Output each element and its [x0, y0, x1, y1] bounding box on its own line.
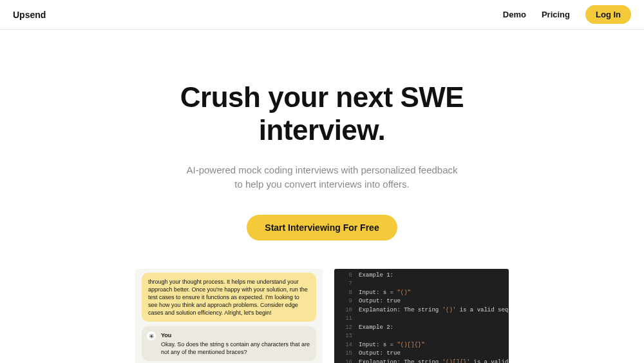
code-line: 11	[334, 315, 509, 324]
hero-title-line2: interview.	[259, 114, 385, 146]
code-editor[interactable]: 6Example 1:78Input: s = "()"9Output: tru…	[334, 269, 509, 363]
nav-demo[interactable]: Demo	[503, 10, 526, 19]
code-line: 16Explanation: The string '()[]{}' is a …	[334, 358, 509, 363]
code-line: 14Input: s = "()[]{}"	[334, 341, 509, 350]
code-line: 12Example 2:	[334, 324, 509, 333]
code-line: 9Output: true	[334, 297, 509, 306]
nav: Demo Pricing Log In	[503, 5, 631, 24]
hero-title-line1: Crush your next SWE	[180, 81, 464, 113]
sun-icon: ✳	[147, 331, 156, 340]
cta-button[interactable]: Start Interviewing For Free	[247, 215, 397, 240]
chat-message: ✳ You Okay. So does the string s contain…	[142, 326, 316, 360]
code-line: 13	[334, 332, 509, 341]
header: Upsend Demo Pricing Log In	[0, 0, 644, 30]
login-button[interactable]: Log In	[585, 5, 631, 24]
code-line: 10Explanation: The string '()' is a vali…	[334, 306, 509, 315]
code-line: 15Output: true	[334, 349, 509, 358]
chat-message: through your thought process. It helps m…	[142, 273, 316, 322]
hero-sub-line2: to help you convert interviews into offe…	[234, 179, 410, 190]
chat-text: through your thought process. It helps m…	[148, 279, 308, 317]
code-line: 6Example 1:	[334, 271, 509, 280]
hero-sub-line1: AI-powered mock coding interviews with p…	[186, 164, 457, 175]
nav-pricing[interactable]: Pricing	[542, 10, 570, 19]
code-line: 7	[334, 280, 509, 289]
hero: Crush your next SWE interview. AI-powere…	[0, 30, 644, 260]
chat-sender: You	[161, 331, 310, 339]
preview-panels: through your thought process. It helps m…	[0, 260, 644, 363]
code-panel: 6Example 1:78Input: s = "()"9Output: tru…	[334, 269, 509, 363]
chat-text: Okay. So does the string s contain any c…	[161, 341, 310, 355]
code-line: 8Input: s = "()"	[334, 289, 509, 298]
hero-subtitle: AI-powered mock coding interviews with p…	[13, 163, 631, 191]
chat-panel: through your thought process. It helps m…	[135, 269, 323, 363]
logo[interactable]: Upsend	[13, 10, 46, 20]
hero-title: Crush your next SWE interview.	[13, 81, 631, 146]
